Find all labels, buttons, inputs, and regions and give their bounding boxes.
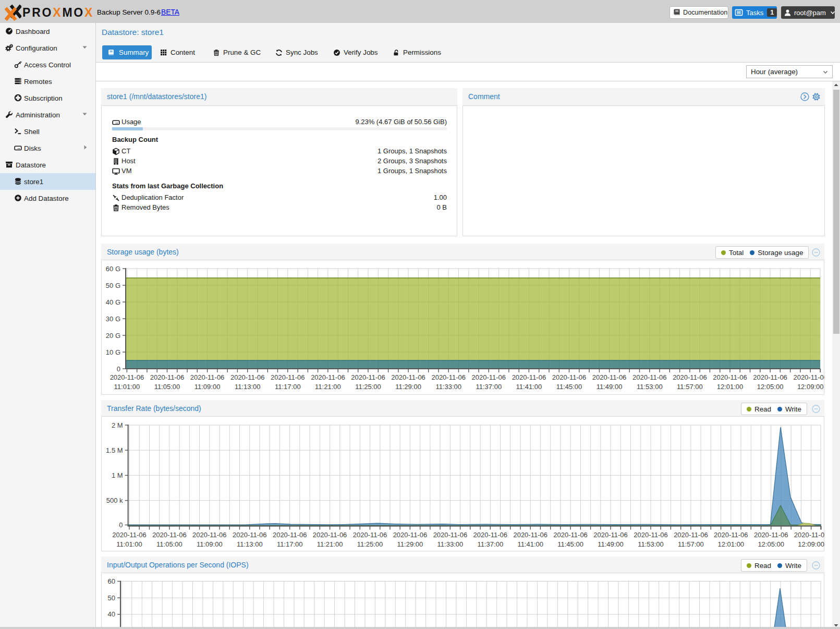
svg-text:2020-11-06: 2020-11-06 bbox=[673, 373, 707, 381]
svg-text:2020-11-06: 2020-11-06 bbox=[713, 373, 747, 381]
svg-text:11:25:00: 11:25:00 bbox=[357, 540, 383, 548]
svg-text:2020-11-06: 2020-11-06 bbox=[273, 531, 307, 539]
svg-text:0: 0 bbox=[119, 521, 123, 529]
svg-text:11:57:00: 11:57:00 bbox=[677, 383, 703, 391]
svg-text:2020-11-06: 2020-11-06 bbox=[233, 531, 267, 539]
svg-text:2020-11-06: 2020-11-06 bbox=[793, 373, 824, 381]
svg-text:11:49:00: 11:49:00 bbox=[598, 540, 624, 548]
svg-text:11:41:00: 11:41:00 bbox=[517, 540, 543, 548]
svg-text:2020-11-06: 2020-11-06 bbox=[311, 373, 345, 381]
svg-text:11:05:00: 11:05:00 bbox=[154, 383, 180, 391]
svg-text:2020-11-06: 2020-11-06 bbox=[431, 373, 466, 381]
svg-text:2020-11-06: 2020-11-06 bbox=[714, 531, 748, 539]
svg-text:12:05:00: 12:05:00 bbox=[757, 383, 784, 391]
svg-text:11:37:00: 11:37:00 bbox=[477, 540, 503, 548]
svg-text:11:13:00: 11:13:00 bbox=[237, 540, 263, 548]
svg-text:50 G: 50 G bbox=[106, 282, 120, 289]
svg-text:2020-11-06: 2020-11-06 bbox=[794, 531, 824, 539]
svg-text:0: 0 bbox=[117, 365, 120, 373]
svg-text:40: 40 bbox=[108, 610, 115, 618]
svg-text:12:09:00: 12:09:00 bbox=[797, 383, 824, 391]
svg-text:2020-11-06: 2020-11-06 bbox=[313, 531, 347, 539]
svg-text:11:29:00: 11:29:00 bbox=[395, 383, 421, 391]
svg-text:2020-11-06: 2020-11-06 bbox=[513, 531, 547, 539]
svg-text:1 M: 1 M bbox=[112, 471, 123, 479]
svg-text:11:21:00: 11:21:00 bbox=[315, 383, 341, 391]
svg-text:11:41:00: 11:41:00 bbox=[516, 383, 542, 391]
svg-text:50: 50 bbox=[108, 594, 115, 602]
svg-text:10 G: 10 G bbox=[106, 348, 120, 356]
svg-text:11:09:00: 11:09:00 bbox=[197, 540, 223, 548]
svg-text:2 M: 2 M bbox=[112, 421, 123, 429]
svg-text:60 G: 60 G bbox=[106, 265, 120, 273]
svg-text:2020-11-06: 2020-11-06 bbox=[152, 531, 187, 539]
svg-text:2020-11-06: 2020-11-06 bbox=[433, 531, 468, 539]
svg-text:2020-11-06: 2020-11-06 bbox=[634, 531, 668, 539]
svg-text:12:01:00: 12:01:00 bbox=[717, 540, 744, 548]
svg-text:60: 60 bbox=[108, 577, 115, 585]
svg-text:2020-11-06: 2020-11-06 bbox=[473, 531, 508, 539]
svg-text:2020-11-06: 2020-11-06 bbox=[192, 531, 227, 539]
svg-text:500 k: 500 k bbox=[106, 497, 123, 504]
svg-text:11:45:00: 11:45:00 bbox=[557, 540, 583, 548]
svg-text:2020-11-06: 2020-11-06 bbox=[674, 531, 708, 539]
svg-text:2020-11-06: 2020-11-06 bbox=[753, 373, 787, 381]
svg-text:12:09:00: 12:09:00 bbox=[798, 540, 824, 548]
svg-text:40 G: 40 G bbox=[106, 298, 120, 306]
svg-text:11:49:00: 11:49:00 bbox=[596, 383, 623, 391]
svg-text:11:13:00: 11:13:00 bbox=[235, 383, 261, 391]
svg-text:11:53:00: 11:53:00 bbox=[637, 383, 663, 391]
svg-text:2020-11-06: 2020-11-06 bbox=[391, 373, 425, 381]
svg-text:2020-11-06: 2020-11-06 bbox=[593, 531, 628, 539]
svg-text:12:05:00: 12:05:00 bbox=[758, 540, 784, 548]
svg-text:12:01:00: 12:01:00 bbox=[717, 383, 744, 391]
svg-text:11:33:00: 11:33:00 bbox=[437, 540, 464, 548]
svg-text:20 G: 20 G bbox=[106, 332, 120, 340]
svg-text:1.5 M: 1.5 M bbox=[106, 446, 123, 454]
svg-text:2020-11-06: 2020-11-06 bbox=[110, 373, 144, 381]
svg-text:2020-11-06: 2020-11-06 bbox=[553, 531, 588, 539]
svg-text:2020-11-06: 2020-11-06 bbox=[150, 373, 185, 381]
svg-text:11:21:00: 11:21:00 bbox=[317, 540, 343, 548]
svg-text:11:01:00: 11:01:00 bbox=[114, 383, 140, 391]
svg-text:2020-11-06: 2020-11-06 bbox=[512, 373, 546, 381]
svg-text:11:09:00: 11:09:00 bbox=[194, 383, 221, 391]
svg-text:11:05:00: 11:05:00 bbox=[156, 540, 182, 548]
svg-text:11:45:00: 11:45:00 bbox=[556, 383, 582, 391]
svg-text:2020-11-06: 2020-11-06 bbox=[592, 373, 627, 381]
svg-text:2020-11-06: 2020-11-06 bbox=[271, 373, 305, 381]
svg-text:2020-11-06: 2020-11-06 bbox=[393, 531, 428, 539]
svg-text:2020-11-06: 2020-11-06 bbox=[552, 373, 587, 381]
svg-text:2020-11-06: 2020-11-06 bbox=[632, 373, 667, 381]
svg-text:2020-11-06: 2020-11-06 bbox=[190, 373, 225, 381]
svg-text:2020-11-06: 2020-11-06 bbox=[112, 531, 147, 539]
svg-text:11:57:00: 11:57:00 bbox=[678, 540, 704, 548]
svg-text:2020-11-06: 2020-11-06 bbox=[353, 531, 387, 539]
svg-text:2020-11-06: 2020-11-06 bbox=[472, 373, 506, 381]
svg-text:11:37:00: 11:37:00 bbox=[476, 383, 502, 391]
svg-text:2020-11-06: 2020-11-06 bbox=[230, 373, 265, 381]
svg-text:2020-11-06: 2020-11-06 bbox=[754, 531, 788, 539]
svg-text:11:33:00: 11:33:00 bbox=[435, 383, 461, 391]
svg-text:30 G: 30 G bbox=[106, 315, 120, 323]
svg-text:11:29:00: 11:29:00 bbox=[397, 540, 423, 548]
svg-text:11:25:00: 11:25:00 bbox=[355, 383, 381, 391]
svg-text:11:53:00: 11:53:00 bbox=[638, 540, 664, 548]
svg-text:11:17:00: 11:17:00 bbox=[275, 383, 301, 391]
svg-text:11:01:00: 11:01:00 bbox=[116, 540, 142, 548]
svg-text:11:17:00: 11:17:00 bbox=[277, 540, 303, 548]
svg-text:2020-11-06: 2020-11-06 bbox=[351, 373, 385, 381]
